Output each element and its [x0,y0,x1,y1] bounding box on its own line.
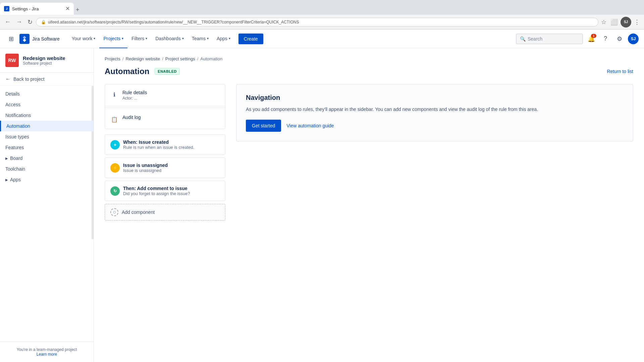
extensions-button[interactable]: ⬜ [609,17,619,27]
action-icon: ↻ [110,186,120,196]
address-bar[interactable]: 🔒 uifeed.atlassian.net/jira/software/pro… [36,18,598,26]
nav-projects[interactable]: Projects ▾ [99,29,127,48]
sidebar-item-notifications[interactable]: Notifications [0,110,94,121]
back-arrow-icon: ← [5,76,11,82]
back-label: Back to project [13,76,45,82]
jira-logo-icon [19,34,30,44]
page-content: Projects / Redesign website / Project se… [94,48,644,362]
page-title: Automation [105,67,149,76]
forward-button[interactable]: → [14,17,24,27]
breadcrumb-project-settings[interactable]: Project settings [165,56,195,61]
sidebar-project: RW Redesign website Software project [0,48,94,73]
tab-close-button[interactable]: ✕ [65,6,70,11]
audit-log-title: Audit log [122,115,220,120]
sidebar-item-apps[interactable]: ▶ Apps [0,174,94,185]
lock-icon: 🔒 [41,20,46,24]
nav-filters[interactable]: Filters ▾ [127,29,151,48]
notifications-label: Notifications [5,113,31,118]
sidebar-item-details[interactable]: Details [0,88,94,99]
condition-title: Issue is unassigned [123,163,168,168]
active-tab[interactable]: J Settings - Jira ✕ [0,3,74,15]
grid-menu-button[interactable]: ⊞ [5,33,17,45]
sidebar: RW Redesign website Software project ← B… [0,48,94,362]
breadcrumb-sep-3: / [197,56,199,61]
more-button[interactable]: ⋮ [633,17,641,27]
main-content: RW Redesign website Software project ← B… [0,48,644,362]
trigger-card[interactable]: + When: Issue created Rule is run when a… [105,134,225,155]
action-card[interactable]: ↻ Then: Add comment to issue Did you for… [105,181,225,201]
jira-logo[interactable]: Jira Software [19,34,60,44]
condition-card[interactable]: ⚡ Issue is unassigned Issue is unassigne… [105,158,225,178]
settings-button[interactable]: ⚙ [614,33,625,45]
sidebar-item-issue-types[interactable]: Issue types [0,131,94,142]
back-to-project[interactable]: ← Back to project [0,73,94,86]
notification-button[interactable]: 🔔 1 [586,33,597,45]
search-box[interactable]: 🔍 Search [516,34,583,44]
browser-window: J Settings - Jira ✕ + ← → ↻ 🔒 uifeed.atl… [0,0,644,362]
nav-teams-chevron: ▾ [207,37,209,40]
action-title: Then: Add comment to issue [123,186,190,191]
trigger-desc: Rule is run when an issue is created. [123,145,194,150]
new-tab-button[interactable]: + [74,5,82,15]
sidebar-item-features[interactable]: Features [0,142,94,153]
add-component-icon: ○ [110,208,118,216]
nav-teams[interactable]: Teams ▾ [188,29,213,48]
nav-projects-chevron: ▾ [122,37,123,40]
condition-desc: Issue is unassigned [123,168,168,173]
top-navigation: ⊞ Jira Software Your work ▾ Projects [0,29,644,48]
breadcrumb: Projects / Redesign website / Project se… [105,56,633,61]
action-header: ↻ Then: Add comment to issue Did you for… [105,181,225,201]
navigation-panel-column: Navigation As you add components to rule… [236,84,633,221]
nav-dashboards[interactable]: Dashboards ▾ [151,29,188,48]
browser-toolbar: ← → ↻ 🔒 uifeed.atlassian.net/jira/softwa… [0,15,644,29]
project-icon: RW [5,54,19,67]
nav-your-work[interactable]: Your work ▾ [68,29,100,48]
navigation-panel: Navigation As you add components to rule… [236,84,633,141]
rule-panel: ℹ Rule details Actor: ... 📋 [105,84,225,129]
nav-apps-label: Apps [217,36,227,41]
tab-title: Settings - Jira [12,6,39,11]
rule-cards: + When: Issue created Rule is run when a… [105,134,225,221]
add-component-button[interactable]: ○ Add component [105,204,225,221]
footer-text: You're in a team-managed project [17,347,77,352]
sidebar-item-automation[interactable]: Automation [0,121,94,131]
get-started-button[interactable]: Get started [246,120,281,132]
app-container: ⊞ Jira Software Your work ▾ Projects [0,29,644,362]
details-label: Details [5,91,20,97]
return-to-list-link[interactable]: Return to list [607,69,633,74]
sidebar-footer: You're in a team-managed project Learn m… [0,342,94,362]
enabled-badge: ENABLED [155,68,180,75]
search-icon: 🔍 [520,36,526,42]
breadcrumb-projects[interactable]: Projects [105,56,120,61]
rule-details-item[interactable]: ℹ Rule details Actor: ... [105,84,225,106]
learn-more-link[interactable]: Learn more [37,352,57,357]
automation-layout: ℹ Rule details Actor: ... 📋 [105,84,633,221]
automation-guide-link[interactable]: View automation guide [286,123,334,128]
board-label: Board [10,156,22,161]
tab-bar: J Settings - Jira ✕ + [0,0,644,15]
bookmark-button[interactable]: ☆ [600,17,608,27]
rule-details-sub: Actor: ... [122,96,220,101]
condition-header: ⚡ Issue is unassigned Issue is unassigne… [105,158,225,178]
audit-log-item[interactable]: 📋 Audit log [105,109,225,129]
nav-items: Your work ▾ Projects ▾ Filters ▾ Dashboa… [68,29,234,48]
breadcrumb-redesign[interactable]: Redesign website [126,56,160,61]
help-button[interactable]: ? [600,33,611,45]
user-avatar[interactable]: SJ [628,34,639,44]
page-header: Automation ENABLED Return to list [105,67,633,76]
sidebar-nav: Details Access Notifications Automation … [0,86,94,342]
reload-button[interactable]: ↻ [25,17,35,27]
create-button[interactable]: Create [238,34,263,44]
issue-types-label: Issue types [5,134,29,139]
audit-log-icon: 📋 [110,115,118,123]
nav-filters-label: Filters [131,36,144,41]
rule-details-title: Rule details [122,90,220,95]
nav-apps[interactable]: Apps ▾ [213,29,234,48]
sidebar-item-access[interactable]: Access [0,99,94,110]
sidebar-item-board[interactable]: ▶ Board [0,153,94,164]
nav-dashboards-chevron: ▾ [182,37,184,40]
sidebar-item-toolchain[interactable]: Toolchain [0,164,94,174]
incognito-profile[interactable]: SJ [621,17,631,27]
back-button[interactable]: ← [3,17,13,27]
nav-teams-label: Teams [192,36,206,41]
